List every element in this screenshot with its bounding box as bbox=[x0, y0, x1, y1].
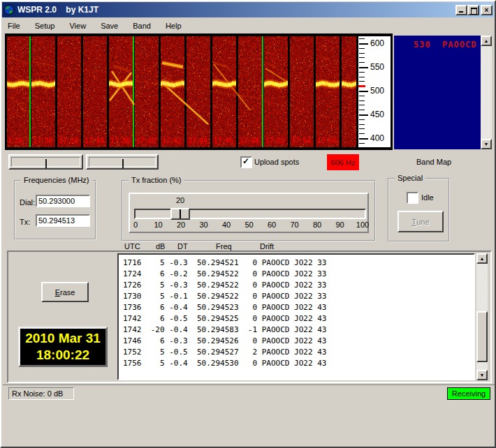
tx-fraction-slider[interactable]: 20 0102030405060708090100 bbox=[129, 193, 369, 233]
scale-tick bbox=[359, 124, 365, 125]
scroll-up-icon[interactable]: ▲ bbox=[476, 253, 488, 264]
scale-tick bbox=[359, 143, 365, 144]
frequencies-title: Frequencies (MHz) bbox=[21, 176, 92, 184]
title-bar: WSPR 2.0 by K1JT × bbox=[2, 2, 494, 17]
scale-tick bbox=[359, 138, 368, 140]
tx-fraction-tick-label: 30 bbox=[194, 221, 214, 229]
scale-tick-label: 500 bbox=[370, 86, 384, 96]
erase-button[interactable]: Erase bbox=[41, 282, 89, 302]
decode-row: 1746 6 -0.3 50.294526 0 PAOOCD JO22 43 bbox=[123, 336, 474, 347]
minimize-button[interactable] bbox=[455, 5, 467, 15]
scale-tick bbox=[359, 67, 368, 68]
scale-tick-label: 400 bbox=[370, 133, 384, 143]
idle-label: Idle bbox=[421, 193, 434, 202]
rx-noise-status: Rx Noise: 0 dB bbox=[8, 387, 74, 400]
window-title: WSPR 2.0 by K1JT bbox=[17, 5, 99, 15]
scale-tick bbox=[359, 114, 368, 116]
tune-button[interactable]: Tune bbox=[397, 211, 444, 232]
column-header-freq: Freq bbox=[216, 242, 232, 251]
close-button[interactable]: × bbox=[481, 5, 493, 15]
tx-fraction-group: Tx fraction (%) 20 010203040506070809010… bbox=[122, 180, 376, 241]
waterfall-display[interactable] bbox=[7, 36, 356, 147]
menu-file[interactable]: File bbox=[3, 20, 25, 31]
check-icon: ✓ bbox=[242, 156, 249, 166]
dial-frequency-input[interactable] bbox=[36, 195, 90, 207]
menu-band[interactable]: Band bbox=[128, 20, 156, 31]
scale-tick bbox=[359, 53, 365, 54]
decode-row: 1716 5 -0.3 50.294521 0 PAOOCD JO22 33 bbox=[123, 257, 474, 269]
upload-spots-label: Upload spots bbox=[254, 158, 299, 166]
menu-setup[interactable]: Setup bbox=[30, 20, 60, 31]
maximize-button[interactable] bbox=[467, 5, 479, 15]
wspr-window: WSPR 2.0 by K1JT × FileSetupViewSaveBand… bbox=[0, 0, 496, 448]
scroll-down-icon[interactable]: ▼ bbox=[476, 370, 488, 380]
gain-slider[interactable] bbox=[86, 154, 159, 170]
tx-label: Tx: bbox=[20, 218, 30, 226]
maximize-icon bbox=[471, 8, 477, 15]
column-header-utc: UTC bbox=[124, 242, 140, 251]
special-group: Special ✓ Idle Tune bbox=[388, 178, 450, 242]
band-map-area[interactable]: 530 PAOOCD bbox=[394, 36, 481, 149]
clock-date: 2010 Mar 31 bbox=[25, 330, 101, 347]
decode-panel: Erase 2010 Mar 31 18:00:22 1716 5 -0.3 5… bbox=[7, 251, 492, 383]
column-header-drift: Drift bbox=[260, 242, 274, 251]
upload-spots-checkbox[interactable]: ✓ bbox=[240, 156, 252, 168]
scale-tick bbox=[359, 57, 365, 58]
scale-tick bbox=[359, 133, 365, 134]
clock-time: 18:00:22 bbox=[36, 347, 89, 364]
scale-tick bbox=[359, 110, 365, 110]
close-icon: × bbox=[485, 6, 489, 14]
scale-tick bbox=[359, 100, 365, 101]
scale-tick bbox=[359, 38, 365, 39]
minimize-icon bbox=[459, 11, 463, 13]
app-icon bbox=[3, 4, 15, 15]
tx-fraction-value: 20 bbox=[170, 196, 190, 204]
menu-view[interactable]: View bbox=[64, 20, 91, 31]
menu-help[interactable]: Help bbox=[161, 20, 187, 31]
decode-row: 1730 5 -0.1 50.294522 0 PAOOCD JO22 33 bbox=[123, 291, 474, 302]
decode-row: 1752 5 -0.5 50.294527 2 PAOOCD JO22 43 bbox=[123, 347, 474, 358]
scale-tick bbox=[359, 81, 365, 82]
scrollbar-thumb[interactable] bbox=[476, 311, 488, 362]
status-bar: Rx Noise: 0 dB Receiving bbox=[3, 384, 496, 401]
tx-fraction-thumb[interactable] bbox=[170, 208, 190, 220]
decode-row: 1724 6 -0.2 50.294522 0 PAOOCD JO22 33 bbox=[123, 269, 474, 280]
band-map-panel: 530 PAOOCD ▲ ▼ bbox=[394, 36, 492, 149]
frequency-scale: 400450500550600 bbox=[358, 36, 391, 147]
tx-fraction-title: Tx fraction (%) bbox=[129, 176, 184, 184]
receiving-status-badge: Receiving bbox=[447, 387, 490, 400]
scale-tick bbox=[359, 105, 365, 105]
decode-headers: UTCdBDTFreqDrift bbox=[1, 242, 496, 251]
scroll-down-icon[interactable]: ▼ bbox=[481, 139, 492, 149]
tx-fraction-tick-label: 0 bbox=[125, 221, 146, 229]
scale-tick bbox=[359, 62, 365, 63]
band-map-scrollbar[interactable]: ▲ ▼ bbox=[481, 36, 492, 149]
band-map-entry: 530 PAOOCD bbox=[414, 40, 476, 50]
decode-list-scrollbar[interactable]: ▲ ▼ bbox=[476, 253, 488, 380]
menu-bar: FileSetupViewSaveBandHelp bbox=[3, 19, 496, 33]
scale-tick bbox=[359, 119, 365, 120]
contrast-slider[interactable] bbox=[8, 154, 83, 170]
slider-thumb[interactable] bbox=[122, 159, 124, 168]
column-header-db: dB bbox=[156, 242, 165, 251]
scale-tick bbox=[359, 77, 365, 77]
tx-audio-frequency-badge: 606 Hz bbox=[327, 154, 359, 170]
tx-fraction-tick-label: 100 bbox=[352, 221, 373, 229]
decode-row: 1756 5 -0.4 50.294530 0 PAOOCD JO22 43 bbox=[123, 358, 474, 369]
tx-fraction-tick-label: 70 bbox=[284, 221, 305, 229]
scale-tick bbox=[359, 96, 365, 96]
decode-row: 1742 -20 -0.4 50.294583 -1 PAOOCD JO22 4… bbox=[123, 324, 474, 336]
scroll-up-icon[interactable]: ▲ bbox=[481, 36, 492, 46]
tx-fraction-tick-label: 60 bbox=[261, 221, 282, 229]
scale-tick bbox=[359, 91, 368, 92]
slider-thumb[interactable] bbox=[45, 159, 47, 168]
menu-save[interactable]: Save bbox=[96, 20, 123, 31]
decode-list[interactable]: 1716 5 -0.3 50.294521 0 PAOOCD JO22 3317… bbox=[117, 253, 475, 380]
spectrum-frame: 400450500550600 bbox=[5, 33, 393, 150]
idle-checkbox[interactable]: ✓ bbox=[407, 192, 418, 204]
tx-fraction-track[interactable] bbox=[134, 209, 366, 219]
rx-frequency-marker bbox=[358, 85, 365, 87]
tx-frequency-input[interactable] bbox=[36, 214, 90, 227]
decode-row: 1736 6 -0.4 50.294523 0 PAOOCD JO22 43 bbox=[123, 302, 474, 313]
decode-row: 1742 6 -0.5 50.294525 0 PAOOCD JO22 43 bbox=[123, 313, 474, 324]
